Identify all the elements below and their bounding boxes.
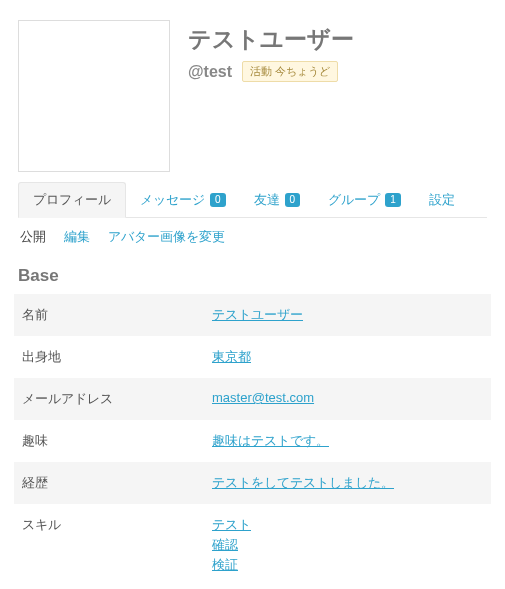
activity-badge: 活動 今ちょうど: [242, 61, 338, 82]
sub-tabs: 公開 編集 アバター画像を変更: [18, 218, 487, 260]
tab-friends-label: 友達: [254, 191, 280, 209]
tab-groups-label: グループ: [328, 191, 380, 209]
field-row-name: 名前 テストユーザー: [14, 294, 491, 336]
link-origin[interactable]: 東京都: [212, 349, 251, 364]
field-label-skills: スキル: [22, 516, 212, 574]
subtab-public[interactable]: 公開: [20, 228, 46, 246]
handle-row: @test 活動 今ちょうど: [188, 61, 487, 82]
section-title-base: Base: [18, 266, 491, 286]
user-handle: @test: [188, 63, 232, 81]
subtab-avatar[interactable]: アバター画像を変更: [108, 228, 225, 246]
tab-groups[interactable]: グループ 1: [314, 182, 415, 217]
profile-page: テストユーザー @test 活動 今ちょうど プロフィール メッセージ 0 友達…: [0, 0, 505, 589]
link-career[interactable]: テストをしてテストしました。: [212, 475, 394, 490]
link-hobby[interactable]: 趣味はテストです。: [212, 433, 329, 448]
link-name[interactable]: テストユーザー: [212, 307, 303, 322]
field-value-name: テストユーザー: [212, 306, 481, 324]
main-tabs: プロフィール メッセージ 0 友達 0 グループ 1 設定: [18, 182, 487, 218]
field-row-origin: 出身地 東京都: [14, 336, 491, 378]
tabs-container: プロフィール メッセージ 0 友達 0 グループ 1 設定 公開 編集 アバター…: [0, 182, 505, 260]
field-value-hobby: 趣味はテストです。: [212, 432, 481, 450]
profile-header: テストユーザー @test 活動 今ちょうど: [0, 0, 505, 182]
tab-profile[interactable]: プロフィール: [18, 182, 126, 218]
field-value-skills: テスト 確認 検証: [212, 516, 481, 574]
field-row-email: メールアドレス master@test.com: [14, 378, 491, 420]
display-name: テストユーザー: [188, 24, 487, 55]
link-skill[interactable]: 確認: [212, 536, 481, 554]
tab-messages-count: 0: [210, 193, 226, 207]
tab-settings-label: 設定: [429, 191, 455, 209]
subtab-edit[interactable]: 編集: [64, 228, 90, 246]
tab-friends-count: 0: [285, 193, 301, 207]
field-value-career: テストをしてテストしました。: [212, 474, 481, 492]
field-label-hobby: 趣味: [22, 432, 212, 450]
tab-profile-label: プロフィール: [33, 191, 111, 209]
link-skill[interactable]: 検証: [212, 556, 481, 574]
field-row-skills: スキル テスト 確認 検証: [14, 504, 491, 586]
profile-content: Base 名前 テストユーザー 出身地 東京都 メールアドレス master@t…: [0, 266, 505, 589]
link-skill[interactable]: テスト: [212, 516, 481, 534]
link-email[interactable]: master@test.com: [212, 390, 314, 405]
field-row-career: 経歴 テストをしてテストしました。: [14, 462, 491, 504]
header-info: テストユーザー @test 活動 今ちょうど: [188, 20, 487, 172]
tab-groups-count: 1: [385, 193, 401, 207]
field-value-origin: 東京都: [212, 348, 481, 366]
tab-messages[interactable]: メッセージ 0: [126, 182, 240, 217]
tab-friends[interactable]: 友達 0: [240, 182, 315, 217]
field-label-email: メールアドレス: [22, 390, 212, 408]
field-value-email: master@test.com: [212, 390, 481, 408]
field-label-origin: 出身地: [22, 348, 212, 366]
field-row-hobby: 趣味 趣味はテストです。: [14, 420, 491, 462]
tab-settings[interactable]: 設定: [415, 182, 469, 217]
field-label-career: 経歴: [22, 474, 212, 492]
field-label-name: 名前: [22, 306, 212, 324]
tab-messages-label: メッセージ: [140, 191, 205, 209]
avatar[interactable]: [18, 20, 170, 172]
